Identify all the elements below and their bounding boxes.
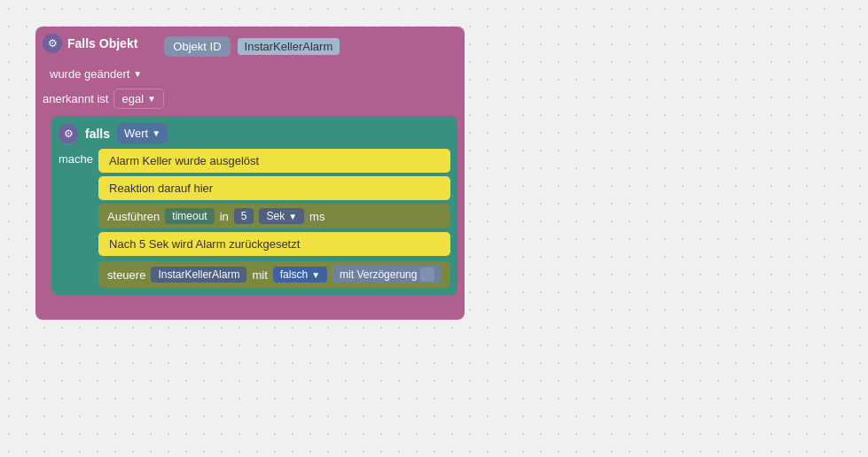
falls-gear-icon[interactable]: ⚙: [59, 124, 78, 143]
falls-header: ⚙ falls Wert ▼: [59, 123, 450, 143]
steuere-label: steuere: [107, 268, 145, 282]
bottom-connector: [51, 300, 78, 313]
mache-label: mache: [59, 149, 93, 166]
falls-objekt-block: ⚙ Falls Objekt Objekt ID InstarKellerAla…: [35, 27, 465, 320]
in-label: in: [220, 210, 229, 223]
reaktion-comment-text: Reaktion darauf hier: [109, 182, 213, 195]
number-5-badge[interactable]: 5: [234, 208, 254, 224]
falls-label: falls: [85, 127, 110, 141]
instar-value: InstarKellerAlarm: [158, 268, 239, 281]
ausfuhren-block: Ausführen timeout in 5 Sek ▼ ms: [98, 204, 450, 228]
nach-comment-block: Nach 5 Sek wird Alarm zurückgesetzt: [98, 232, 450, 256]
wert-arrow-icon: ▼: [152, 128, 160, 138]
square-btn-icon: [420, 267, 434, 282]
falsch-dropdown[interactable]: falsch ▼: [273, 267, 327, 283]
number-5-value: 5: [241, 210, 247, 222]
mache-content: Alarm Keller wurde ausgelöst Reaktion da…: [98, 149, 450, 288]
block-header: ⚙ Falls Objekt: [43, 34, 137, 53]
wert-label: Wert: [124, 127, 148, 140]
reaktion-comment-block: Reaktion darauf hier: [98, 176, 450, 200]
falsch-label: falsch: [280, 268, 308, 281]
alarm-comment-block: Alarm Keller wurde ausgelöst: [98, 149, 450, 173]
ms-label: ms: [309, 210, 325, 223]
mit-verzogerung-label: mit Verzögerung: [340, 268, 417, 281]
egal-arrow-icon: ▼: [147, 94, 156, 104]
anerkannt-label: anerkannt ist: [43, 92, 108, 105]
dropdown-arrow-icon: ▼: [133, 69, 142, 79]
mit-label: mit: [252, 268, 267, 282]
instar-badge[interactable]: InstarKellerAlarm: [151, 267, 246, 283]
header-row: ⚙ Falls Objekt Objekt ID InstarKellerAla…: [43, 34, 457, 58]
falsch-arrow-icon: ▼: [311, 270, 320, 280]
objekt-id-label: Objekt ID: [164, 36, 230, 57]
objekt-id-section: Objekt ID InstarKellerAlarm: [155, 36, 340, 57]
gear-icon[interactable]: ⚙: [43, 34, 62, 53]
sek-label: Sek: [266, 210, 285, 222]
ausfuhren-label: Ausführen: [107, 210, 160, 223]
egal-value: egal: [121, 92, 144, 105]
nach-comment-text: Nach 5 Sek wird Alarm zurückgesetzt: [109, 237, 300, 251]
falls-block: ⚙ falls Wert ▼ mache Alarm Keller wurde …: [51, 116, 457, 295]
mache-section: mache Alarm Keller wurde ausgelöst Reakt…: [59, 149, 450, 288]
timeout-badge: timeout: [165, 208, 214, 224]
sek-arrow-icon: ▼: [288, 212, 297, 221]
steuere-block: steuere InstarKellerAlarm mit falsch ▼ m…: [98, 261, 450, 288]
wurde-geandert-dropdown[interactable]: wurde geändert ▼: [43, 64, 149, 84]
wert-dropdown[interactable]: Wert ▼: [117, 123, 168, 143]
falls-objekt-title: Falls Objekt: [67, 36, 137, 50]
mit-verzogerung-button[interactable]: mit Verzögerung: [332, 266, 442, 283]
sek-dropdown[interactable]: Sek ▼: [259, 208, 304, 224]
wurde-geandert-label: wurde geändert: [50, 67, 129, 81]
objekt-id-value[interactable]: InstarKellerAlarm: [238, 38, 340, 55]
egal-dropdown[interactable]: egal ▼: [113, 89, 163, 109]
timeout-label: timeout: [172, 210, 207, 222]
anerkannt-row: anerkannt ist egal ▼: [43, 89, 457, 109]
alarm-comment-text: Alarm Keller wurde ausgelöst: [109, 154, 259, 167]
